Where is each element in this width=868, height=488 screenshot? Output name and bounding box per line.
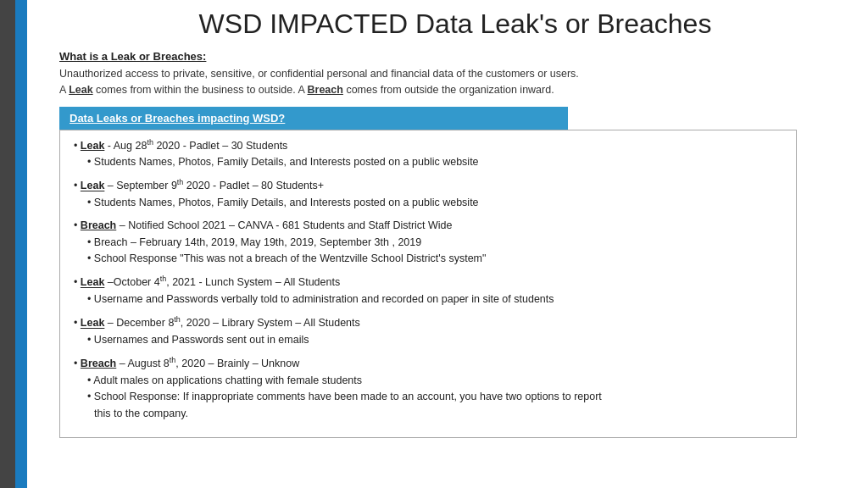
left-bar-dark	[0, 0, 15, 488]
item-label: Leak	[81, 318, 105, 330]
intro-text: Unauthorized access to private, sensitiv…	[59, 66, 851, 98]
item-main-line: • Leak – December 8th, 2020 – Library Sy…	[74, 314, 786, 332]
blue-section-header: Data Leaks or Breaches impacting WSD?	[59, 107, 568, 130]
intro-post: comes from outside the organization inwa…	[343, 84, 554, 96]
item-label: Breach	[81, 219, 116, 231]
main-content: WSD IMPACTED Data Leak's or Breaches Wha…	[42, 0, 868, 488]
item-label: Leak	[81, 140, 105, 152]
page-title: WSD IMPACTED Data Leak's or Breaches	[59, 8, 851, 40]
intro-mid: comes from within the business to outsid…	[93, 84, 308, 96]
list-item: • Leak –October 4th, 2021 - Lunch System…	[70, 274, 786, 308]
list-item: • Leak - Aug 28th 2020 - Padlet – 30 Stu…	[70, 137, 786, 171]
list-item: • Breach – August 8th, 2020 – Brainly – …	[70, 355, 786, 422]
item-sub-line: • Students Names, Photos, Family Details…	[87, 195, 786, 211]
item-label: Breach	[81, 358, 116, 369]
item-main-line: • Breach – Notified School 2021 – CANVA …	[74, 218, 786, 234]
intro-pre: A	[59, 84, 69, 96]
item-main-line: • Leak –October 4th, 2021 - Lunch System…	[74, 274, 786, 291]
section-heading: What is a Leak or Breaches:	[59, 50, 851, 63]
item-main-line: • Breach – August 8th, 2020 – Brainly – …	[74, 355, 786, 373]
item-sub-line: • School Response: If inappropriate comm…	[87, 389, 786, 405]
intro-line1: Unauthorized access to private, sensitiv…	[59, 68, 579, 80]
intro-leak-word: Leak	[69, 84, 93, 96]
item-label: Leak	[81, 180, 105, 192]
item-sub-line: • Students Names, Photos, Family Details…	[87, 154, 786, 170]
item-sub-line: • School Response "This was not a breach…	[87, 251, 786, 267]
item-sub-line: • Adult males on applications chatting w…	[87, 373, 786, 389]
item-label: Leak	[81, 277, 105, 289]
content-box: • Leak - Aug 28th 2020 - Padlet – 30 Stu…	[59, 130, 797, 438]
list-item: • Leak – September 9th 2020 - Padlet – 8…	[70, 177, 786, 211]
item-main-line: • Leak - Aug 28th 2020 - Padlet – 30 Stu…	[74, 137, 786, 155]
intro-breach-word: Breach	[308, 84, 343, 96]
item-sub-line: • Username and Passwords verbally told t…	[87, 291, 786, 308]
item-sub-line: • Usernames and Passwords sent out in em…	[87, 332, 786, 348]
item-sub-line: • Breach – February 14th, 2019, May 19th…	[87, 235, 786, 251]
item-sub-line-indent: this to the company.	[94, 406, 786, 422]
left-bar-blue	[15, 0, 27, 488]
list-item: • Leak – December 8th, 2020 – Library Sy…	[70, 314, 786, 348]
item-main-line: • Leak – September 9th 2020 - Padlet – 8…	[74, 177, 786, 195]
list-item: • Breach – Notified School 2021 – CANVA …	[70, 218, 786, 267]
